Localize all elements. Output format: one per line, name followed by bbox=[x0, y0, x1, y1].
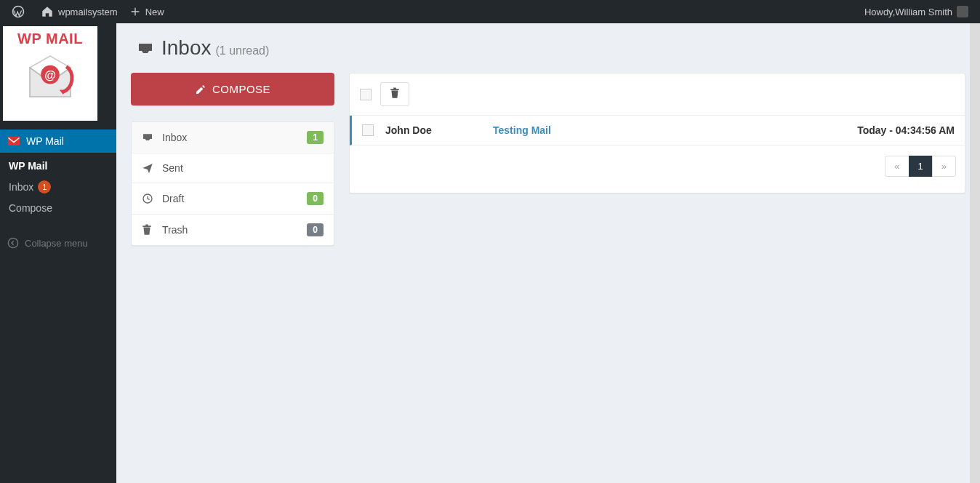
admin-menu: WP Mail WP Mail Inbox 1 Compose bbox=[0, 129, 116, 225]
folder-sent[interactable]: Sent bbox=[132, 153, 334, 183]
submenu-compose[interactable]: Compose bbox=[0, 198, 116, 218]
folder-inbox[interactable]: Inbox 1 bbox=[132, 122, 334, 153]
collapse-icon bbox=[7, 237, 19, 249]
menu-wp-mail-label: WP Mail bbox=[26, 135, 64, 147]
envelope-icon bbox=[7, 136, 22, 146]
submenu-inbox-label: Inbox bbox=[9, 181, 33, 193]
folder-trash-label: Trash bbox=[162, 224, 307, 236]
admin-bar-right: Howdy, William Smith bbox=[859, 0, 974, 23]
mail-row-checkbox[interactable] bbox=[362, 124, 374, 136]
mail-sender: John Doe bbox=[385, 124, 487, 136]
folder-list: Inbox 1 Sent bbox=[131, 121, 334, 246]
howdy-prefix: Howdy, bbox=[864, 7, 895, 17]
select-all-checkbox[interactable] bbox=[360, 89, 371, 100]
plugin-logo: WP MAIL @ bbox=[3, 26, 97, 121]
clock-icon bbox=[142, 193, 155, 204]
content-area: Inbox (1 unread) COMPOSE bbox=[116, 23, 980, 483]
pagination-prev[interactable]: « bbox=[885, 156, 909, 177]
submenu-inbox[interactable]: Inbox 1 bbox=[0, 176, 116, 198]
svg-text:@: @ bbox=[44, 69, 56, 81]
page-subtitle: (1 unread) bbox=[216, 44, 270, 57]
inbox-header-icon bbox=[137, 41, 154, 60]
wordpress-icon bbox=[12, 5, 25, 18]
mail-row[interactable]: John Doe Testing Mail Today - 04:34:56 A… bbox=[350, 116, 965, 145]
site-name-label: wpmailsystem bbox=[58, 7, 118, 17]
delete-button[interactable] bbox=[380, 82, 409, 106]
menu-wp-mail[interactable]: WP Mail bbox=[0, 129, 116, 153]
inbox-icon bbox=[142, 132, 155, 143]
admin-bar-left: wpmailsystem New bbox=[6, 0, 170, 23]
new-content-menu[interactable]: New bbox=[124, 0, 170, 23]
page-header: Inbox (1 unread) bbox=[137, 36, 965, 60]
folder-draft[interactable]: Draft 0 bbox=[132, 183, 334, 215]
mail-logo-icon: @ bbox=[21, 50, 79, 108]
plugin-logo-text: WP MAIL bbox=[17, 31, 83, 47]
wordpress-logo-menu[interactable] bbox=[6, 0, 35, 23]
submenu-wp-mail[interactable]: WP Mail bbox=[0, 156, 116, 176]
compose-button[interactable]: COMPOSE bbox=[131, 73, 334, 105]
submenu-compose-label: Compose bbox=[9, 202, 52, 214]
folder-inbox-count: 1 bbox=[307, 131, 324, 144]
svg-rect-6 bbox=[8, 137, 20, 145]
submenu-wp-mail-label: WP Mail bbox=[9, 160, 47, 172]
pagination-page-1[interactable]: 1 bbox=[909, 156, 933, 177]
vertical-scrollbar[interactable] bbox=[970, 23, 980, 483]
compose-icon bbox=[195, 84, 206, 95]
page-title: Inbox bbox=[161, 36, 212, 60]
folder-inbox-label: Inbox bbox=[162, 132, 307, 143]
svg-point-7 bbox=[8, 238, 17, 247]
folder-trash-count: 0 bbox=[307, 223, 324, 236]
mail-time: Today - 04:34:56 AM bbox=[857, 124, 955, 136]
folder-draft-label: Draft bbox=[162, 193, 307, 204]
collapse-menu-button[interactable]: Collapse menu bbox=[0, 231, 116, 255]
pagination: « 1 » bbox=[350, 145, 965, 193]
submenu-inbox-badge: 1 bbox=[38, 180, 51, 193]
admin-submenu: WP Mail Inbox 1 Compose bbox=[0, 153, 116, 225]
compose-button-label: COMPOSE bbox=[212, 83, 270, 95]
new-label: New bbox=[145, 7, 164, 17]
mail-subject: Testing Mail bbox=[493, 124, 857, 136]
folder-sent-label: Sent bbox=[162, 162, 324, 174]
admin-sidebar: WP MAIL @ WP Mail bbox=[0, 23, 116, 483]
send-icon bbox=[142, 162, 155, 174]
folder-trash[interactable]: Trash 0 bbox=[132, 215, 334, 245]
admin-bar: wpmailsystem New Howdy, William Smith bbox=[0, 0, 980, 23]
home-icon bbox=[41, 5, 54, 18]
pagination-next[interactable]: » bbox=[932, 156, 956, 177]
mail-toolbar bbox=[350, 73, 965, 116]
folder-draft-count: 0 bbox=[307, 192, 324, 205]
user-account-menu[interactable]: Howdy, William Smith bbox=[859, 0, 974, 23]
user-name-label: William Smith bbox=[895, 7, 952, 17]
trash-icon bbox=[142, 224, 155, 236]
plus-icon bbox=[129, 6, 141, 17]
collapse-menu-label: Collapse menu bbox=[25, 238, 88, 249]
trash-icon bbox=[390, 87, 400, 101]
user-avatar-icon bbox=[957, 6, 968, 17]
site-home-link[interactable]: wpmailsystem bbox=[35, 0, 124, 23]
mail-box: John Doe Testing Mail Today - 04:34:56 A… bbox=[349, 73, 965, 193]
